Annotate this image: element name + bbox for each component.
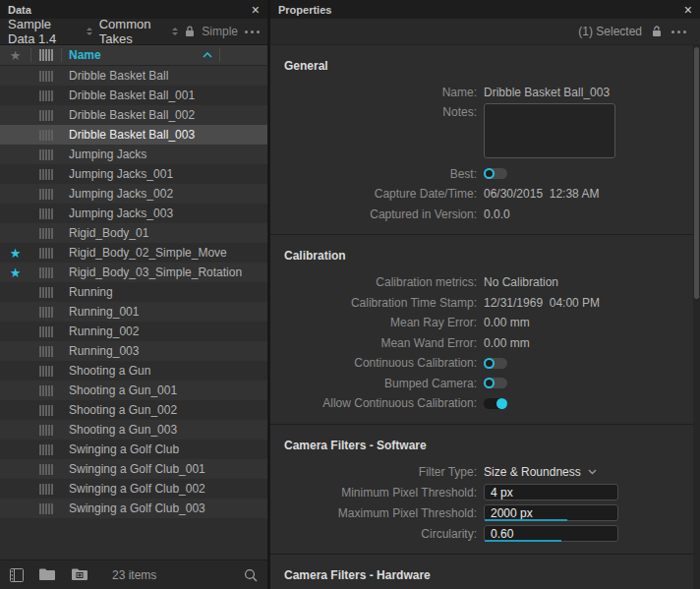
spinner-icon[interactable] <box>172 28 178 35</box>
new-folder-icon[interactable] <box>72 568 88 581</box>
vertical-scrollbar[interactable] <box>693 45 700 589</box>
menu-dots-icon[interactable] <box>245 30 260 33</box>
take-name[interactable]: Rigid_Body_02_Simple_Move <box>61 246 267 260</box>
take-row[interactable]: Running <box>0 282 267 302</box>
take-row[interactable]: Shooting a Gun <box>0 361 267 381</box>
property-row: Notes: <box>270 103 693 164</box>
toggle-switch[interactable] <box>484 398 507 409</box>
columns-column-icon[interactable] <box>30 49 61 61</box>
search-icon[interactable] <box>244 568 258 582</box>
take-columns-icon <box>30 484 61 495</box>
close-icon[interactable]: × <box>252 3 260 17</box>
value-input-field[interactable] <box>484 525 618 542</box>
take-name[interactable]: Swinging a Golf Club_003 <box>61 501 267 515</box>
toggle-switch[interactable] <box>484 378 507 388</box>
take-row[interactable]: Rigid_Body_01 <box>0 223 267 243</box>
take-row[interactable]: Shooting a Gun_003 <box>0 420 267 440</box>
take-name[interactable]: Dribble Basket Ball_002 <box>61 108 267 122</box>
take-row[interactable]: Running_003 <box>0 341 267 361</box>
take-columns-icon <box>30 149 61 160</box>
take-row[interactable]: Jumping Jacks <box>0 145 267 164</box>
take-name[interactable]: Swinging a Golf Club <box>61 442 267 456</box>
take-columns-icon <box>30 326 61 337</box>
take-name[interactable]: Rigid_Body_03_Simple_Rotation <box>61 265 267 279</box>
take-row[interactable]: Dribble Basket Ball_003 <box>0 125 267 145</box>
take-row[interactable]: Dribble Basket Ball_002 <box>0 105 267 125</box>
value-input[interactable] <box>485 527 617 541</box>
take-name[interactable]: Jumping Jacks_001 <box>61 167 267 181</box>
dropdown-select[interactable]: Size & Roundness <box>484 465 597 479</box>
take-row[interactable]: Shooting a Gun_001 <box>0 381 267 400</box>
take-row[interactable]: ★Rigid_Body_02_Simple_Move <box>0 243 267 263</box>
property-row: Continuous Calibration: <box>270 353 693 374</box>
value-input[interactable] <box>485 486 617 500</box>
take-name[interactable]: Shooting a Gun_002 <box>61 403 267 417</box>
take-row[interactable]: ★Rigid_Body_03_Simple_Rotation <box>0 263 267 282</box>
take-row[interactable]: Swinging a Golf Club_002 <box>0 479 267 499</box>
star-column-icon[interactable]: ★ <box>0 49 30 62</box>
take-row[interactable]: Dribble Basket Ball_001 <box>0 86 267 105</box>
take-row[interactable]: Swinging a Golf Club_003 <box>0 499 267 518</box>
take-name[interactable]: Running_002 <box>61 324 267 338</box>
take-name[interactable]: Dribble Basket Ball_003 <box>61 128 267 142</box>
value-input[interactable] <box>485 506 617 520</box>
spinner-icon[interactable] <box>87 28 92 35</box>
take-name[interactable]: Running_003 <box>61 344 267 358</box>
take-row[interactable]: Dribble Basket Ball <box>0 66 267 86</box>
take-name[interactable]: Running <box>61 285 267 299</box>
open-folder-icon[interactable] <box>39 568 56 581</box>
scrollbar-thumb[interactable] <box>694 47 699 299</box>
take-name[interactable]: Swinging a Golf Club_002 <box>61 482 267 496</box>
property-label: Calibration metrics: <box>270 275 477 289</box>
take-name[interactable]: Running_001 <box>61 305 267 319</box>
take-row[interactable]: Running_002 <box>0 322 267 341</box>
property-row: Bumped Camera: <box>270 374 693 394</box>
name-column-header[interactable]: Name <box>61 48 267 62</box>
property-label: Best: <box>270 167 477 181</box>
take-row[interactable]: Jumping Jacks_002 <box>0 184 267 204</box>
value-input-field[interactable] <box>484 504 618 521</box>
take-name[interactable]: Jumping Jacks_003 <box>61 206 267 220</box>
toggle-switch[interactable] <box>484 168 507 179</box>
value-slider-underline <box>485 540 561 542</box>
property-label: Capture Date/Time: <box>270 187 477 201</box>
take-row[interactable]: Swinging a Golf Club_001 <box>0 459 267 479</box>
close-icon[interactable]: × <box>684 3 692 17</box>
take-row[interactable]: Jumping Jacks_003 <box>0 204 267 223</box>
star-icon[interactable]: ★ <box>0 266 30 279</box>
property-value <box>484 482 618 502</box>
take-name[interactable]: Rigid_Body_01 <box>61 226 267 240</box>
session-panel-icon[interactable] <box>10 568 24 582</box>
property-label: Captured in Version: <box>270 207 477 221</box>
value-input-field[interactable] <box>484 484 618 501</box>
take-name[interactable]: Swinging a Golf Club_001 <box>61 462 267 476</box>
section-title: Camera Filters - Software <box>270 435 693 462</box>
take-row[interactable]: Running_001 <box>0 302 267 322</box>
session-selector[interactable]: Sample Data 1.4 <box>8 17 80 46</box>
take-name[interactable]: Jumping Jacks_002 <box>61 187 267 201</box>
notes-textarea[interactable] <box>484 103 615 158</box>
take-name[interactable]: Shooting a Gun_003 <box>61 423 267 437</box>
take-columns-icon <box>30 444 61 455</box>
take-row[interactable]: Shooting a Gun_002 <box>0 400 267 420</box>
take-name[interactable]: Dribble Basket Ball <box>61 69 267 83</box>
star-icon[interactable]: ★ <box>0 247 30 260</box>
sort-ascending-icon[interactable] <box>203 52 212 58</box>
simple-mode-label[interactable]: Simple <box>202 25 238 38</box>
unlock-icon[interactable] <box>652 26 662 37</box>
take-row[interactable]: Jumping Jacks_001 <box>0 164 267 184</box>
property-label: Continuous Calibration: <box>270 356 477 370</box>
take-row[interactable]: Swinging a Golf Club <box>0 440 267 459</box>
menu-dots-icon[interactable] <box>671 30 686 33</box>
take-name[interactable]: Shooting a Gun_001 <box>61 383 267 397</box>
toggle-knob <box>484 378 495 388</box>
take-name[interactable]: Jumping Jacks <box>61 147 267 161</box>
properties-section: Camera Filters - SoftwareFilter Type:Siz… <box>270 425 693 556</box>
take-name[interactable]: Dribble Basket Ball_001 <box>61 88 267 102</box>
property-row: Filter Type:Size & Roundness <box>270 462 693 483</box>
take-name[interactable]: Shooting a Gun <box>61 364 267 378</box>
take-columns-icon <box>30 503 61 514</box>
take-group-selector[interactable]: Common Takes <box>99 17 166 46</box>
toggle-switch[interactable] <box>484 358 507 369</box>
lock-icon[interactable] <box>185 26 195 37</box>
